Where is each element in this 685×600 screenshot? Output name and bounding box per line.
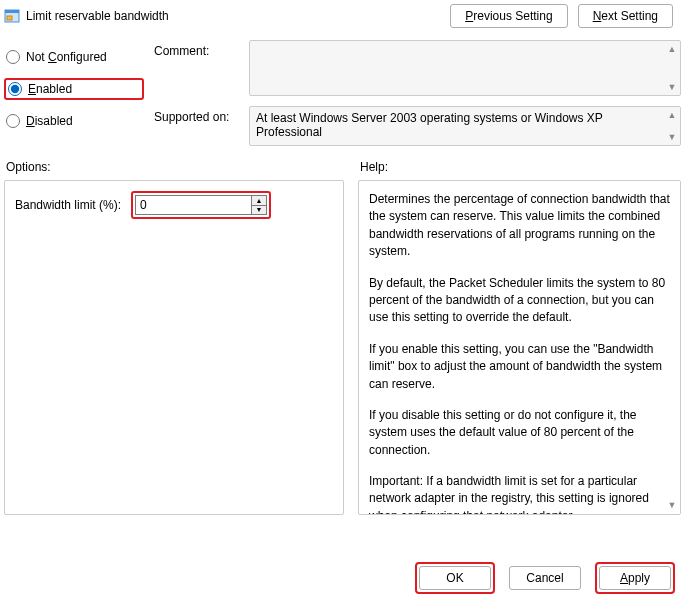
comment-textarea[interactable]: ▲ ▼: [249, 40, 681, 96]
spinner-down-button[interactable]: ▼: [251, 205, 267, 216]
svg-rect-2: [7, 16, 12, 20]
svg-rect-1: [5, 10, 19, 13]
help-paragraph: Determines the percentage of connection …: [369, 191, 670, 261]
radio-not-configured-input[interactable]: [6, 50, 20, 64]
scroll-down-icon[interactable]: ▼: [664, 79, 680, 95]
radio-not-configured-label: Not Configured: [26, 50, 107, 64]
previous-setting-button[interactable]: Previous Setting: [450, 4, 567, 28]
help-paragraph: If you enable this setting, you can use …: [369, 341, 670, 393]
radio-enabled-label: Enabled: [28, 82, 72, 96]
radio-not-configured[interactable]: Not Configured: [4, 46, 144, 68]
options-header: Options:: [4, 160, 344, 174]
scroll-up-icon[interactable]: ▲: [664, 41, 680, 57]
supported-on-text: At least Windows Server 2003 operating s…: [249, 106, 681, 146]
options-panel: Bandwidth limit (%): ▲ ▼: [4, 180, 344, 515]
dialog-button-bar: OK Cancel Apply: [415, 562, 675, 594]
supported-on-label: Supported on:: [154, 106, 239, 124]
radio-enabled-input[interactable]: [8, 82, 22, 96]
ok-button[interactable]: OK: [419, 566, 491, 590]
radio-disabled[interactable]: Disabled: [4, 110, 144, 132]
apply-button[interactable]: Apply: [599, 566, 671, 590]
help-paragraph: Important: If a bandwidth limit is set f…: [369, 473, 670, 515]
state-radio-group: Not Configured Enabled Disabled: [4, 40, 144, 146]
radio-enabled[interactable]: Enabled: [4, 78, 144, 100]
help-header: Help:: [358, 160, 681, 174]
help-paragraph: By default, the Packet Scheduler limits …: [369, 275, 670, 327]
bandwidth-limit-input[interactable]: [135, 195, 251, 215]
spinner-up-button[interactable]: ▲: [251, 195, 267, 205]
help-panel: Determines the percentage of connection …: [358, 180, 681, 515]
page-title: Limit reservable bandwidth: [26, 9, 450, 23]
scroll-down-icon[interactable]: ▼: [664, 129, 680, 145]
policy-icon: [4, 8, 20, 24]
bandwidth-limit-spinner: ▲ ▼: [131, 191, 271, 219]
supported-on-value: At least Windows Server 2003 operating s…: [256, 111, 603, 139]
bandwidth-limit-label: Bandwidth limit (%):: [15, 198, 121, 212]
comment-label: Comment:: [154, 40, 239, 58]
radio-disabled-input[interactable]: [6, 114, 20, 128]
radio-disabled-label: Disabled: [26, 114, 73, 128]
help-paragraph: If you disable this setting or do not co…: [369, 407, 670, 459]
next-setting-button[interactable]: Next Setting: [578, 4, 673, 28]
scroll-down-icon[interactable]: ▼: [664, 498, 680, 514]
scroll-up-icon[interactable]: ▲: [664, 107, 680, 123]
cancel-button[interactable]: Cancel: [509, 566, 581, 590]
